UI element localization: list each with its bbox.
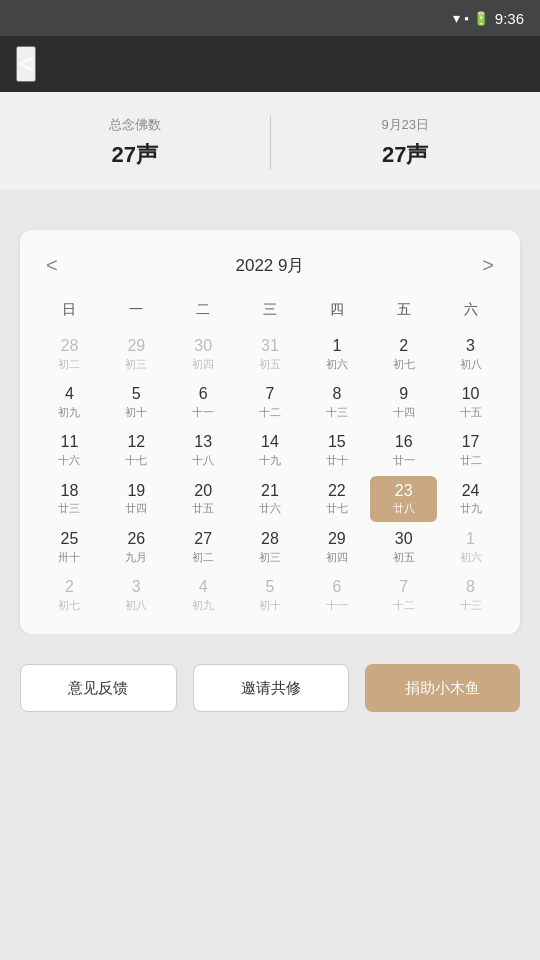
dow-label: 日: [36, 297, 103, 323]
calendar-day[interactable]: 10十五: [437, 379, 504, 425]
calendar-day[interactable]: 31初五: [237, 331, 304, 377]
day-number: 22: [328, 481, 346, 502]
calendar-day[interactable]: 29初三: [103, 331, 170, 377]
feedback-button[interactable]: 意见反馈: [20, 664, 177, 712]
day-lunar: 卅十: [58, 550, 80, 565]
calendar-day[interactable]: 30初四: [170, 331, 237, 377]
day-lunar: 初三: [125, 357, 147, 372]
day-number: 10: [462, 384, 480, 405]
bottom-buttons: 意见反馈 邀请共修 捐助小木鱼: [0, 664, 540, 732]
day-lunar: 十八: [192, 453, 214, 468]
day-lunar: 廿七: [326, 501, 348, 516]
day-lunar: 十三: [326, 405, 348, 420]
status-bar: ▾ ▪ 🔋 9:36: [0, 0, 540, 36]
day-number: 9: [399, 384, 408, 405]
day-lunar: 十二: [259, 405, 281, 420]
day-number: 18: [61, 481, 79, 502]
calendar-day[interactable]: 29初四: [303, 524, 370, 570]
day-number: 28: [61, 336, 79, 357]
calendar-day[interactable]: 1初六: [303, 331, 370, 377]
calendar-day[interactable]: 19廿四: [103, 476, 170, 522]
day-number: 30: [194, 336, 212, 357]
calendar-day[interactable]: 21廿六: [237, 476, 304, 522]
calendar-day[interactable]: 20廿五: [170, 476, 237, 522]
day-lunar: 初七: [58, 598, 80, 613]
day-number: 1: [332, 336, 341, 357]
day-lunar: 初五: [259, 357, 281, 372]
day-number: 7: [399, 577, 408, 598]
calendar-day[interactable]: 5初十: [103, 379, 170, 425]
calendar-day[interactable]: 25卅十: [36, 524, 103, 570]
calendar-day[interactable]: 14十九: [237, 427, 304, 473]
dow-label: 一: [103, 297, 170, 323]
status-icons: ▾ ▪ 🔋: [453, 10, 489, 26]
calendar-day[interactable]: 27初二: [170, 524, 237, 570]
calendar-day[interactable]: 6十一: [303, 572, 370, 618]
stats-section: 总念佛数 27声 9月23日 27声: [0, 92, 540, 190]
next-month-button[interactable]: >: [472, 250, 504, 281]
calendar-day[interactable]: 12十七: [103, 427, 170, 473]
calendar-day[interactable]: 16廿一: [370, 427, 437, 473]
day-lunar: 初二: [192, 550, 214, 565]
calendar-day[interactable]: 17廿二: [437, 427, 504, 473]
day-number: 1: [466, 529, 475, 550]
day-lunar: 十七: [125, 453, 147, 468]
calendar-day[interactable]: 26九月: [103, 524, 170, 570]
calendar-day[interactable]: 1初六: [437, 524, 504, 570]
invite-button[interactable]: 邀请共修: [193, 664, 350, 712]
day-lunar: 十一: [192, 405, 214, 420]
calendar-day[interactable]: 24廿九: [437, 476, 504, 522]
calendar-day[interactable]: 5初十: [237, 572, 304, 618]
donate-button[interactable]: 捐助小木鱼: [365, 664, 520, 712]
day-number: 26: [127, 529, 145, 550]
calendar-day[interactable]: 13十八: [170, 427, 237, 473]
calendar-day[interactable]: 3初八: [437, 331, 504, 377]
day-lunar: 十四: [393, 405, 415, 420]
calendar-day[interactable]: 2初七: [36, 572, 103, 618]
day-lunar: 廿四: [125, 501, 147, 516]
calendar-day[interactable]: 7十二: [370, 572, 437, 618]
prev-month-button[interactable]: <: [36, 250, 68, 281]
day-number: 3: [466, 336, 475, 357]
day-number: 5: [266, 577, 275, 598]
day-number: 12: [127, 432, 145, 453]
calendar-day[interactable]: 30初五: [370, 524, 437, 570]
calendar-day[interactable]: 11十六: [36, 427, 103, 473]
day-number: 21: [261, 481, 279, 502]
dow-label: 四: [303, 297, 370, 323]
day-number: 20: [194, 481, 212, 502]
calendar-day[interactable]: 28初三: [237, 524, 304, 570]
calendar-day[interactable]: 23廿八: [370, 476, 437, 522]
calendar-day[interactable]: 22廿七: [303, 476, 370, 522]
calendar-day[interactable]: 8十三: [437, 572, 504, 618]
calendar-day[interactable]: 7十二: [237, 379, 304, 425]
calendar-day[interactable]: 2初七: [370, 331, 437, 377]
calendar-grid[interactable]: 28初二29初三30初四31初五1初六2初七3初八4初九5初十6十一7十二8十三…: [36, 331, 504, 618]
day-number: 24: [462, 481, 480, 502]
calendar-day[interactable]: 15廿十: [303, 427, 370, 473]
days-of-week: 日一二三四五六: [36, 297, 504, 323]
back-button[interactable]: <: [16, 46, 36, 82]
status-time: 9:36: [495, 10, 524, 27]
day-number: 17: [462, 432, 480, 453]
calendar-day[interactable]: 18廿三: [36, 476, 103, 522]
day-number: 23: [395, 481, 413, 502]
day-lunar: 初八: [125, 598, 147, 613]
date-value: 27声: [382, 140, 428, 170]
calendar-day[interactable]: 9十四: [370, 379, 437, 425]
day-lunar: 初九: [192, 598, 214, 613]
day-lunar: 十一: [326, 598, 348, 613]
day-number: 8: [466, 577, 475, 598]
dow-label: 六: [437, 297, 504, 323]
day-number: 30: [395, 529, 413, 550]
calendar-day[interactable]: 8十三: [303, 379, 370, 425]
dow-label: 二: [170, 297, 237, 323]
calendar-day[interactable]: 4初九: [170, 572, 237, 618]
day-lunar: 初五: [393, 550, 415, 565]
day-number: 4: [65, 384, 74, 405]
calendar-day[interactable]: 28初二: [36, 331, 103, 377]
dow-label: 五: [370, 297, 437, 323]
calendar-day[interactable]: 4初九: [36, 379, 103, 425]
calendar-day[interactable]: 3初八: [103, 572, 170, 618]
calendar-day[interactable]: 6十一: [170, 379, 237, 425]
